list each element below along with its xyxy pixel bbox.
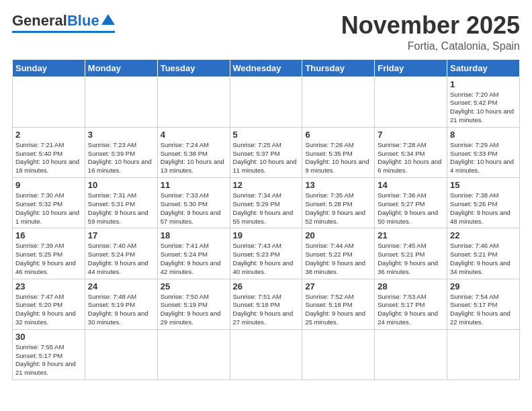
day-info: Sunrise: 7:54 AM Sunset: 5:17 PM Dayligh… <box>450 293 517 327</box>
day-number: 2 <box>15 130 82 140</box>
calendar-page: General Blue November 2025 Fortia, Catal… <box>0 0 532 387</box>
week-row-1: 2Sunrise: 7:21 AM Sunset: 5:40 PM Daylig… <box>13 127 520 177</box>
day-info: Sunrise: 7:23 AM Sunset: 5:39 PM Dayligh… <box>88 141 154 175</box>
day-cell: 9Sunrise: 7:30 AM Sunset: 5:32 PM Daylig… <box>13 178 85 228</box>
day-number: 19 <box>233 230 300 240</box>
day-info: Sunrise: 7:45 AM Sunset: 5:21 PM Dayligh… <box>378 242 444 276</box>
header-monday: Monday <box>85 59 157 77</box>
calendar-table: Sunday Monday Tuesday Wednesday Thursday… <box>12 59 520 381</box>
day-cell <box>13 77 85 127</box>
month-title: November 2025 <box>341 12 520 39</box>
day-info: Sunrise: 7:30 AM Sunset: 5:32 PM Dayligh… <box>15 191 82 226</box>
day-cell: 12Sunrise: 7:34 AM Sunset: 5:29 PM Dayli… <box>230 178 302 228</box>
day-cell: 28Sunrise: 7:53 AM Sunset: 5:17 PM Dayli… <box>375 279 447 329</box>
day-cell <box>447 329 520 379</box>
day-cell: 26Sunrise: 7:51 AM Sunset: 5:18 PM Dayli… <box>230 279 302 329</box>
day-cell <box>375 77 447 127</box>
day-cell: 10Sunrise: 7:31 AM Sunset: 5:31 PM Dayli… <box>85 178 157 228</box>
day-cell: 5Sunrise: 7:25 AM Sunset: 5:37 PM Daylig… <box>230 127 302 177</box>
day-number: 8 <box>450 130 517 140</box>
day-number: 17 <box>88 230 154 240</box>
day-cell: 29Sunrise: 7:54 AM Sunset: 5:17 PM Dayli… <box>447 279 520 329</box>
header-wednesday: Wednesday <box>230 59 302 77</box>
day-number: 29 <box>450 281 517 291</box>
day-cell: 11Sunrise: 7:33 AM Sunset: 5:30 PM Dayli… <box>157 178 230 228</box>
day-info: Sunrise: 7:47 AM Sunset: 5:20 PM Dayligh… <box>15 293 82 327</box>
day-info: Sunrise: 7:51 AM Sunset: 5:18 PM Dayligh… <box>233 293 300 327</box>
header-thursday: Thursday <box>302 59 375 77</box>
day-number: 30 <box>15 332 82 342</box>
day-cell: 7Sunrise: 7:28 AM Sunset: 5:34 PM Daylig… <box>375 127 447 177</box>
week-row-0: 1Sunrise: 7:20 AM Sunset: 5:42 PM Daylig… <box>13 77 520 127</box>
header-sunday: Sunday <box>13 59 85 77</box>
day-cell: 4Sunrise: 7:24 AM Sunset: 5:38 PM Daylig… <box>157 127 230 177</box>
day-cell <box>157 77 230 127</box>
day-number: 1 <box>450 79 517 89</box>
day-cell: 25Sunrise: 7:50 AM Sunset: 5:19 PM Dayli… <box>157 279 230 329</box>
day-info: Sunrise: 7:55 AM Sunset: 5:17 PM Dayligh… <box>15 343 82 377</box>
week-row-3: 16Sunrise: 7:39 AM Sunset: 5:25 PM Dayli… <box>13 228 520 279</box>
day-cell <box>85 329 157 379</box>
day-cell: 2Sunrise: 7:21 AM Sunset: 5:40 PM Daylig… <box>13 127 85 177</box>
day-number: 14 <box>378 180 444 190</box>
day-cell: 6Sunrise: 7:26 AM Sunset: 5:35 PM Daylig… <box>302 127 375 177</box>
day-number: 16 <box>15 230 82 240</box>
day-info: Sunrise: 7:44 AM Sunset: 5:22 PM Dayligh… <box>305 242 371 276</box>
day-number: 23 <box>15 281 82 291</box>
day-number: 6 <box>305 130 371 140</box>
day-info: Sunrise: 7:39 AM Sunset: 5:25 PM Dayligh… <box>15 242 82 276</box>
day-cell <box>375 329 447 379</box>
day-number: 13 <box>305 180 371 190</box>
day-cell: 27Sunrise: 7:52 AM Sunset: 5:18 PM Dayli… <box>302 279 375 329</box>
day-info: Sunrise: 7:53 AM Sunset: 5:17 PM Dayligh… <box>378 293 444 327</box>
day-number: 4 <box>161 130 227 140</box>
day-info: Sunrise: 7:36 AM Sunset: 5:27 PM Dayligh… <box>378 191 444 226</box>
day-info: Sunrise: 7:40 AM Sunset: 5:24 PM Dayligh… <box>88 242 154 276</box>
logo-underline <box>12 31 115 33</box>
day-info: Sunrise: 7:20 AM Sunset: 5:42 PM Dayligh… <box>450 91 517 125</box>
header-tuesday: Tuesday <box>157 59 230 77</box>
day-number: 28 <box>378 281 444 291</box>
day-cell: 8Sunrise: 7:29 AM Sunset: 5:33 PM Daylig… <box>447 127 520 177</box>
day-cell: 24Sunrise: 7:48 AM Sunset: 5:19 PM Dayli… <box>85 279 157 329</box>
day-number: 12 <box>233 180 300 190</box>
day-info: Sunrise: 7:48 AM Sunset: 5:19 PM Dayligh… <box>88 293 154 327</box>
day-info: Sunrise: 7:50 AM Sunset: 5:19 PM Dayligh… <box>161 293 227 327</box>
day-cell: 3Sunrise: 7:23 AM Sunset: 5:39 PM Daylig… <box>85 127 157 177</box>
location: Fortia, Catalonia, Spain <box>341 40 520 52</box>
day-cell <box>85 77 157 127</box>
day-info: Sunrise: 7:38 AM Sunset: 5:26 PM Dayligh… <box>450 191 517 226</box>
header-friday: Friday <box>375 59 447 77</box>
day-info: Sunrise: 7:31 AM Sunset: 5:31 PM Dayligh… <box>88 191 154 226</box>
week-row-5: 30Sunrise: 7:55 AM Sunset: 5:17 PM Dayli… <box>13 329 520 379</box>
logo-triangle-icon <box>101 14 115 25</box>
day-cell: 19Sunrise: 7:43 AM Sunset: 5:23 PM Dayli… <box>230 228 302 279</box>
day-cell: 18Sunrise: 7:41 AM Sunset: 5:24 PM Dayli… <box>157 228 230 279</box>
day-number: 15 <box>450 180 517 190</box>
day-cell <box>230 77 302 127</box>
day-cell: 16Sunrise: 7:39 AM Sunset: 5:25 PM Dayli… <box>13 228 85 279</box>
day-number: 11 <box>161 180 227 190</box>
day-cell <box>230 329 302 379</box>
title-block: November 2025 Fortia, Catalonia, Spain <box>341 12 520 52</box>
day-info: Sunrise: 7:34 AM Sunset: 5:29 PM Dayligh… <box>233 191 300 226</box>
day-cell <box>302 329 375 379</box>
day-info: Sunrise: 7:33 AM Sunset: 5:30 PM Dayligh… <box>161 191 227 226</box>
day-number: 22 <box>450 230 517 240</box>
day-number: 24 <box>88 281 154 291</box>
day-number: 3 <box>88 130 154 140</box>
day-info: Sunrise: 7:52 AM Sunset: 5:18 PM Dayligh… <box>305 293 371 327</box>
day-info: Sunrise: 7:41 AM Sunset: 5:24 PM Dayligh… <box>161 242 227 276</box>
day-info: Sunrise: 7:46 AM Sunset: 5:21 PM Dayligh… <box>450 242 517 276</box>
day-number: 5 <box>233 130 300 140</box>
day-info: Sunrise: 7:24 AM Sunset: 5:38 PM Dayligh… <box>161 141 227 175</box>
day-number: 25 <box>161 281 227 291</box>
logo-blue: Blue <box>67 12 99 30</box>
day-number: 26 <box>233 281 300 291</box>
day-cell: 23Sunrise: 7:47 AM Sunset: 5:20 PM Dayli… <box>13 279 85 329</box>
day-cell: 17Sunrise: 7:40 AM Sunset: 5:24 PM Dayli… <box>85 228 157 279</box>
day-cell: 13Sunrise: 7:35 AM Sunset: 5:28 PM Dayli… <box>302 178 375 228</box>
day-cell <box>302 77 375 127</box>
logo: General Blue <box>12 12 115 33</box>
day-number: 27 <box>305 281 371 291</box>
